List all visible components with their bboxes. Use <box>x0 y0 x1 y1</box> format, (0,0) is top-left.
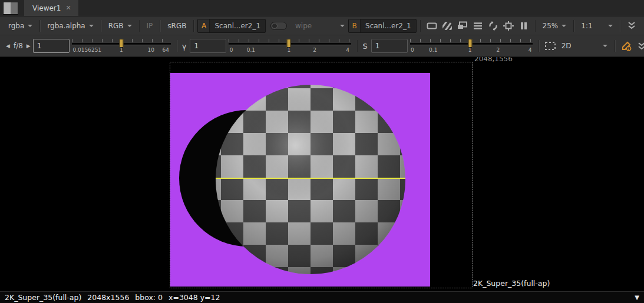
viewer-toolbar: rgba rgba.alpha RGB IP sRGB A Scanl...er… <box>0 16 644 35</box>
divider <box>177 40 177 52</box>
saturation-input[interactable]: 1 <box>371 39 408 53</box>
colorspace-button[interactable]: sRGB <box>164 19 190 33</box>
format-resolution-label: 2048,1556 <box>474 57 513 63</box>
fstop-increase-button[interactable]: ▶ <box>24 43 33 49</box>
proxy-ratio-dropdown[interactable]: 1:1 <box>577 19 616 33</box>
chevron-down-icon <box>608 25 613 27</box>
chevron-down-icon <box>340 25 345 27</box>
collapse-statusbar-icon[interactable]: ▼ <box>635 294 639 301</box>
divider <box>139 20 140 32</box>
gamma-input[interactable]: 1 <box>190 39 226 53</box>
gamma-slider-handle[interactable] <box>287 39 291 48</box>
tick-label: 10 <box>147 47 154 53</box>
chevron-down-icon <box>28 25 32 27</box>
tick-label: 0.1 <box>247 47 255 53</box>
input-process-button[interactable]: IP <box>143 19 157 33</box>
status-coords: x=3048 y=12 <box>169 293 220 302</box>
divider <box>420 20 421 32</box>
chevron-down-icon <box>89 25 94 27</box>
input-a-letter: A <box>198 19 210 32</box>
chevron-down-icon <box>127 25 132 27</box>
input-process-label: IP <box>147 22 153 30</box>
status-bbox: bbox: 0 <box>135 293 163 302</box>
pane-menu-icon[interactable] <box>3 2 18 15</box>
divider <box>573 20 574 32</box>
fstop-label: f/8 <box>12 42 24 50</box>
close-icon[interactable]: ✕ <box>65 4 71 12</box>
scanline-stack-icon[interactable] <box>470 19 486 33</box>
view-mode-dropdown[interactable]: 2D <box>558 39 611 53</box>
tick-label: 2 <box>313 47 316 53</box>
toggle-knob-icon <box>272 23 278 29</box>
gain-slider[interactable]: 0.0156251 1 10 64 <box>72 37 171 55</box>
tick-label: 0 <box>411 47 414 53</box>
zoom-level-dropdown[interactable]: 25% <box>539 19 570 33</box>
tick-label: 0.1 <box>429 47 437 53</box>
saturation-label: S <box>361 42 371 51</box>
tick-label: 4 <box>346 47 349 53</box>
chevron-down-icon <box>603 45 607 47</box>
divider <box>620 20 620 32</box>
roi-icon[interactable] <box>543 39 558 53</box>
format-name-label: 2K_Super_35(full-ap) <box>473 279 550 288</box>
divider <box>535 20 536 32</box>
view-mode-label: 2D <box>562 42 599 50</box>
tick-label: 1 <box>287 47 290 53</box>
input-b-value: Scanl...er2_1 <box>365 22 411 30</box>
proxy-ratio-label: 1:1 <box>581 22 605 30</box>
color-sample-eyedropper-icon[interactable] <box>619 39 634 53</box>
channels-dropdown[interactable]: rgba <box>5 19 36 33</box>
tab-viewer1[interactable]: Viewer1 ✕ <box>24 0 78 16</box>
status-resolution: 2048x1556 <box>87 293 129 302</box>
display-mode-dropdown[interactable]: RGB <box>105 19 136 33</box>
input-a-value: Scanl...er2_1 <box>214 22 260 30</box>
collapse-toolbar-icon[interactable] <box>624 19 639 33</box>
input-a-selector[interactable]: A Scanl...er2_1 <box>197 19 266 33</box>
gain-input[interactable]: 1 <box>33 39 70 53</box>
divider <box>539 40 539 52</box>
tick-label: 1 <box>120 47 123 53</box>
checkerboard-background-icon[interactable] <box>440 19 455 33</box>
tick-label: 4 <box>529 47 532 53</box>
gamma-slider[interactable]: 0 0.1 1 2 4 <box>229 37 351 55</box>
tab-title: Viewer1 <box>32 4 61 12</box>
format-gate-icon[interactable] <box>501 19 516 33</box>
tab-bar: Viewer1 ✕ <box>0 0 644 16</box>
divider <box>160 20 160 32</box>
pause-icon[interactable] <box>516 19 531 33</box>
wipe-toggle[interactable] <box>270 22 287 30</box>
divider <box>101 20 101 32</box>
wipe-mode-dropdown[interactable]: wipe <box>292 19 348 33</box>
status-format: 2K_Super_35(full-ap) <box>5 293 81 302</box>
gain-slider-handle[interactable] <box>119 39 123 48</box>
viewer-window: Viewer1 ✕ rgba rgba.alpha RGB IP sRGB A <box>0 0 644 303</box>
gamma-label: γ <box>181 42 190 51</box>
status-bar: 2K_Super_35(full-ap) 2048x1556 bbox: 0 x… <box>0 291 644 303</box>
divider <box>615 40 615 52</box>
viewer-canvas[interactable]: 2048,1556 2K_Super_35(full-ap) <box>0 57 644 291</box>
chevron-down-icon <box>562 25 566 27</box>
divider <box>357 40 358 52</box>
display-window-icon[interactable] <box>424 19 440 33</box>
divider <box>193 20 194 32</box>
display-mode-label: RGB <box>108 22 124 30</box>
input-b-letter: B <box>349 19 361 32</box>
rendered-image <box>0 57 644 291</box>
zoom-level-label: 25% <box>543 22 559 30</box>
overlay-frames-icon[interactable] <box>455 19 470 33</box>
saturation-slider[interactable]: 0 0.1 1 2 4 <box>410 37 533 55</box>
alpha-layer-label: rgba.alpha <box>47 22 85 30</box>
saturation-slider-handle[interactable] <box>468 39 472 48</box>
wipe-mode-label: wipe <box>295 22 336 30</box>
tick-label: 0 <box>230 47 233 53</box>
tick-label: 2 <box>497 47 500 53</box>
channels-label: rgba <box>8 22 24 30</box>
colorspace-label: sRGB <box>167 22 186 30</box>
fstop-decrease-button[interactable]: ◀ <box>4 43 12 49</box>
refresh-icon[interactable] <box>486 19 501 33</box>
divider <box>39 20 40 32</box>
input-b-selector[interactable]: B Scanl...er2_1 <box>348 19 417 33</box>
collapse-toolbar-icon[interactable] <box>634 39 644 53</box>
alpha-layer-dropdown[interactable]: rgba.alpha <box>44 19 97 33</box>
tick-label: 0.0156251 <box>72 47 101 53</box>
